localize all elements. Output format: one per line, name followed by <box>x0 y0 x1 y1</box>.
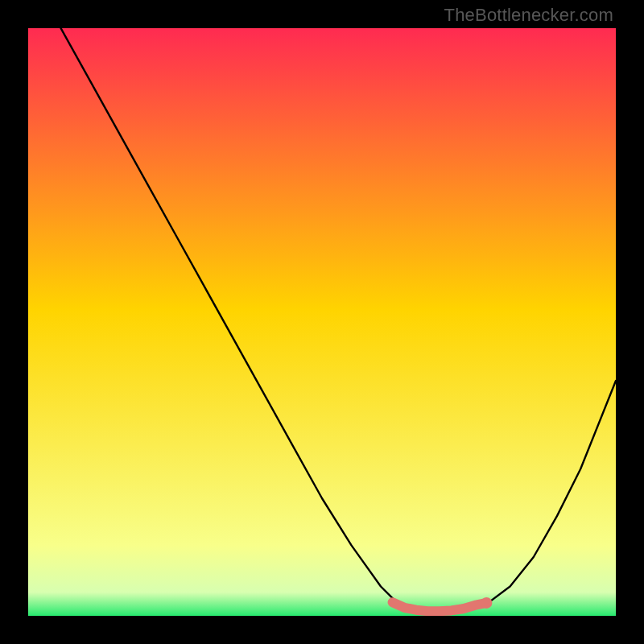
chart-frame: TheBottlenecker.com <box>0 0 644 644</box>
chart-svg <box>28 28 616 616</box>
plot-area <box>28 28 616 616</box>
optimal-end-marker <box>481 597 492 609</box>
credit-label: TheBottlenecker.com <box>444 5 613 26</box>
gradient-bg <box>28 28 616 616</box>
